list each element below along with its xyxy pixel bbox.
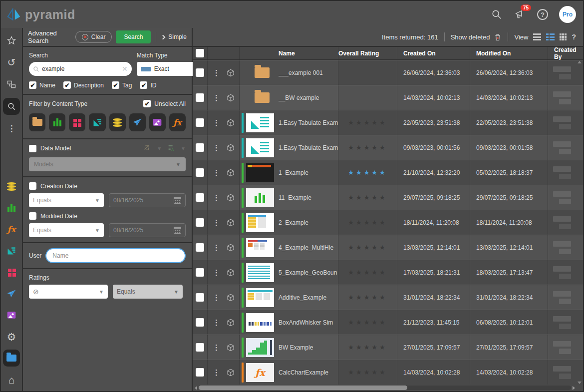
row-checkbox[interactable] [196,318,204,327]
cube-icon[interactable] [226,193,235,202]
clear-button[interactable]: ✕ Clear [75,31,112,43]
clear-search-icon[interactable]: ✕ [122,65,128,73]
connection-icon[interactable] [143,144,152,152]
view-detail-icon[interactable] [546,33,555,40]
show-deleted-toggle[interactable]: Show deleted [451,33,502,41]
row-checkbox[interactable] [196,343,204,352]
creation-date-field[interactable]: 08/16/2025 [109,193,186,207]
row-checkbox[interactable] [196,368,204,377]
table-row[interactable]: ⋮ 11_Example ★★★★★ 29/07/2025, 09:18:25 … [193,185,583,210]
header-created-on[interactable]: Created On [397,47,470,59]
history-icon[interactable]: ↺ [3,54,20,71]
table-row[interactable]: ⋮ 5_Example_GeoBoun ★★★★★ 17/03/2025, 18… [193,260,583,285]
rating-stars[interactable]: ★★★★★ [348,219,387,226]
global-search-icon[interactable] [490,8,503,21]
publish-plane-icon[interactable] [3,285,20,302]
cube-icon[interactable] [226,118,235,127]
row-menu-icon[interactable]: ⋮ [213,293,220,302]
row-checkbox[interactable] [196,193,204,202]
content-folder-icon[interactable] [3,350,20,367]
cube-icon[interactable] [226,318,235,327]
rating-stars[interactable]: ★★★★★ [348,244,387,251]
rating-stars[interactable]: ★★★★★ [348,169,387,176]
table-row[interactable]: ⋮ 4_Example_MultiHie ★★★★★ 13/03/2025, 1… [193,235,583,260]
data-model-checkbox[interactable] [29,145,36,152]
data-model-icon[interactable] [3,178,20,195]
table-row[interactable]: ⋮ ___example 001 26/06/2024, 12:36:03 26… [193,60,583,85]
row-menu-icon[interactable]: ⋮ [213,193,220,202]
modified-date-checkbox[interactable] [29,212,36,220]
table-row[interactable]: ⋮ BW Example ★★★★★ 27/01/2025, 17:09:57 … [193,335,583,360]
hierarchy-icon[interactable] [3,76,20,93]
cube-icon[interactable] [226,268,235,277]
cube-icon[interactable] [226,343,235,352]
table-row[interactable]: ⋮ BoxAndWhisker Sim ★★★★★ 21/12/2023, 11… [193,310,583,335]
chevron-down-icon[interactable]: ▼ [181,146,186,151]
simple-toggle[interactable]: Simple [161,33,187,40]
calendar-icon[interactable] [174,197,181,204]
formulate-fx-icon[interactable]: ƒx [3,221,20,238]
help-icon[interactable]: ? [536,8,549,21]
vertical-scrollbar[interactable] [577,61,582,384]
illustrate-image-icon[interactable] [3,307,20,324]
view-help-icon[interactable]: ? [572,33,576,41]
chevron-down-icon[interactable]: ▼ [157,146,162,151]
row-menu-icon[interactable]: ⋮ [213,118,220,127]
models-dropdown[interactable]: Models ▼ [29,157,186,171]
row-menu-icon[interactable]: ⋮ [213,143,220,152]
view-grid-icon[interactable] [560,33,562,35]
cube-icon[interactable] [226,293,235,302]
content-type-tabulate-button[interactable] [89,113,105,131]
row-checkbox[interactable] [196,218,204,227]
user-name-field[interactable] [52,252,179,259]
cube-icon[interactable] [226,168,235,177]
favorites-star-icon[interactable] [3,32,20,49]
cube-icon[interactable] [226,143,235,152]
present-grid-icon[interactable] [3,264,20,281]
checkbox-description[interactable]: ✔Description [63,81,104,89]
unselect-all-checkbox[interactable]: ✔ Unselect All [143,100,186,107]
row-menu-icon[interactable]: ⋮ [213,168,220,177]
search-button[interactable]: Search [116,30,151,43]
rating-stars[interactable]: ★★★★★ [348,144,387,151]
content-type-chart-button[interactable] [49,113,65,131]
content-type-folder-button[interactable] [29,113,45,131]
horizontal-scrollbar[interactable] [195,385,575,391]
search-text-field[interactable] [42,65,119,72]
table-row[interactable]: ⋮ __BW example 14/03/2024, 10:02:13 14/0… [193,85,583,110]
calendar-icon[interactable] [174,227,181,234]
content-type-model-button[interactable] [109,113,126,131]
checkbox-tag[interactable]: ✔Tag [112,81,132,89]
row-checkbox[interactable] [196,93,204,102]
user-input[interactable] [45,248,186,263]
modified-date-operator-dropdown[interactable]: Equals ▼ [29,223,104,237]
cube-icon[interactable] [226,243,235,252]
table-row[interactable]: ⋮ 2_Example ★★★★★ 18/11/2024, 11:20:08 1… [193,210,583,235]
creation-date-operator-dropdown[interactable]: Equals ▼ [29,193,104,207]
row-checkbox[interactable] [196,168,204,177]
more-options-icon[interactable]: ⋮ [3,120,20,137]
row-menu-icon[interactable]: ⋮ [213,268,220,277]
scrollbar-thumb[interactable] [199,386,407,390]
row-menu-icon[interactable]: ⋮ [213,318,220,327]
scroll-right-arrow[interactable] [573,386,575,390]
checkbox-name[interactable]: ✔Name [29,81,55,89]
row-checkbox[interactable] [196,118,204,127]
rating-stars[interactable]: ★★★★★ [348,369,387,376]
view-list-icon[interactable] [533,33,541,40]
content-type-image-button[interactable] [149,113,166,131]
avatar[interactable]: Pro [559,6,576,23]
checkbox-id[interactable]: ✔ID [140,81,156,89]
discover-chart-icon[interactable] [3,199,20,216]
list-a-icon[interactable]: A [167,144,176,152]
search-tab-icon[interactable] [3,98,20,115]
rating-stars[interactable]: ★★★★★ [348,119,387,126]
modified-date-field[interactable]: 08/16/2025 [109,223,186,237]
content-type-formula-button[interactable]: ƒx [169,113,186,131]
row-checkbox[interactable] [196,293,204,302]
tabulate-icon[interactable] [3,242,20,259]
ratings-value-dropdown[interactable]: ⊘ ▼ [29,285,108,299]
row-checkbox[interactable] [196,243,204,252]
header-overall-rating[interactable]: Overall Rating [338,47,397,59]
rating-stars[interactable]: ★★★★★ [348,269,387,276]
